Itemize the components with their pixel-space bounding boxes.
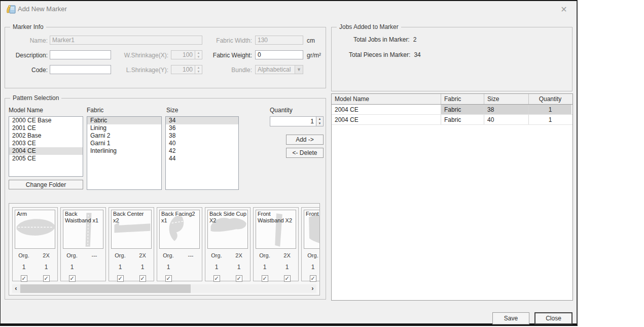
list-item[interactable]: 2003 CE <box>9 140 83 147</box>
table-cell[interactable]: 1 <box>529 105 571 114</box>
column-header[interactable]: Model Name <box>332 94 441 104</box>
list-item[interactable]: 2005 CE <box>9 155 83 162</box>
list-item[interactable]: 38 <box>166 132 238 140</box>
piece-qty2 <box>83 264 105 271</box>
close-icon[interactable]: ✕ <box>557 4 571 16</box>
piece-col2-label: 2X <box>131 252 154 258</box>
piece-checkbox[interactable]: ✓ <box>213 275 220 282</box>
code-field[interactable] <box>50 65 111 74</box>
scroll-right-icon[interactable]: › <box>309 284 316 293</box>
fabric-weight-unit: gr/m² <box>307 52 321 59</box>
piece-qty2: 1 <box>228 264 250 271</box>
piece-qty2 <box>180 264 202 271</box>
table-cell[interactable]: 40 <box>484 115 529 124</box>
table-cell[interactable]: 1 <box>529 115 571 124</box>
list-item[interactable]: 42 <box>166 147 238 155</box>
table-cell[interactable]: Fabric <box>441 105 484 114</box>
list-item[interactable]: Interlining <box>87 147 161 155</box>
piece-checkbox[interactable]: ✓ <box>165 275 172 282</box>
list-item[interactable]: 2004 CE <box>9 147 83 155</box>
pieces-scrollbar[interactable]: ‹ › <box>12 284 316 293</box>
quantity-up-icon[interactable]: ▲ <box>316 117 323 121</box>
fabric-weight-field[interactable] <box>255 50 303 59</box>
table-cell[interactable]: Fabric <box>441 115 484 124</box>
jobs-table: Model NameFabricSizeQuantity 2004 CEFabr… <box>331 93 573 301</box>
piece-checkbox[interactable]: ✓ <box>310 275 316 282</box>
model-name-column-label: Model Name <box>9 107 43 114</box>
list-item[interactable]: 34 <box>166 117 238 124</box>
quantity-stepper[interactable]: 1 ▲▼ <box>270 116 324 126</box>
table-row[interactable]: 2004 CEFabric401 <box>332 115 573 125</box>
list-item[interactable]: 40 <box>166 140 238 147</box>
jobs-table-header: Model NameFabricSizeQuantity <box>332 94 573 105</box>
l-shrinkage-spinner: 100 ▲▼ <box>171 65 202 74</box>
quantity-value[interactable]: 1 <box>270 116 316 126</box>
piece-qty2: 1 <box>35 264 57 271</box>
column-header[interactable]: Size <box>484 94 529 104</box>
list-item[interactable]: Fabric <box>87 117 161 124</box>
piece-card: Back Waistband x1Org.---1✓ <box>60 207 106 281</box>
column-header[interactable]: Quantity <box>529 94 571 104</box>
table-row[interactable]: 2004 CEFabric381 <box>332 105 573 115</box>
description-field[interactable] <box>50 50 111 59</box>
piece-col2-label: 2X <box>228 252 250 258</box>
bundle-select: Alphabetical ▼ <box>255 65 303 74</box>
change-folder-button[interactable]: Change Folder <box>9 180 83 189</box>
code-label: Code: <box>5 67 48 74</box>
l-shrinkage-up-icon: ▲ <box>195 66 202 70</box>
piece-qty1: 1 <box>13 264 35 271</box>
piece-col1-label: Org. <box>13 252 35 258</box>
piece-thumbnail: Back Side Cup X2 <box>207 210 248 249</box>
piece-title: Front Waistband X2 <box>258 211 295 224</box>
w-shrinkage-value: 100 <box>171 50 195 59</box>
piece-checkbox[interactable]: ✓ <box>236 275 242 282</box>
fabric-weight-label: Fabric Weight: <box>203 52 252 59</box>
column-header[interactable]: Fabric <box>441 94 484 104</box>
piece-checkbox[interactable]: ✓ <box>284 275 291 282</box>
size-list: 343638404244 <box>165 116 239 190</box>
piece-checkbox[interactable]: ✓ <box>262 275 268 282</box>
total-jobs-label: Total Jobs in Marker: <box>353 36 410 43</box>
jobs-summary-legend: Jobs Added to Marker <box>337 23 401 30</box>
piece-card: Back Side Cup X2Org.2X11✓✓ <box>205 207 251 281</box>
piece-title: Back Side Cup X2 <box>209 211 247 224</box>
piece-checkbox[interactable]: ✓ <box>139 275 146 282</box>
page-title: Add New Marker <box>18 5 67 13</box>
table-cell[interactable]: 2004 CE <box>332 115 441 124</box>
save-button[interactable]: Save <box>492 312 529 324</box>
scrollbar-thumb[interactable] <box>20 284 191 293</box>
piece-checkbox[interactable]: ✓ <box>43 275 50 282</box>
list-item[interactable]: 36 <box>166 124 238 132</box>
piece-qty1: 1 <box>254 264 276 271</box>
piece-thumbnail: Back Center x2 <box>111 210 152 249</box>
fabric-width-unit: cm <box>307 37 315 44</box>
piece-checkbox[interactable]: ✓ <box>117 275 124 282</box>
list-item[interactable]: Lining <box>87 124 161 132</box>
list-item[interactable]: 44 <box>166 155 238 162</box>
w-shrinkage-label: W.Shrinkage(X): <box>120 52 168 59</box>
list-item[interactable]: 2000 CE Base <box>9 117 83 124</box>
piece-checkbox[interactable]: ✓ <box>69 275 76 282</box>
quantity-down-icon[interactable]: ▼ <box>316 121 323 126</box>
fabric-width-field <box>255 36 303 45</box>
add-new-marker-dialog: Add New Marker ✕ Marker Info Name: Fabri… <box>0 0 578 326</box>
add-button[interactable]: Add -> <box>286 135 324 145</box>
piece-card: ArmOrg.2X11✓✓ <box>12 207 58 281</box>
piece-title: Back Waistband x1 <box>65 211 102 224</box>
list-item[interactable]: 2002 Base <box>9 132 83 140</box>
w-shrinkage-up-icon: ▲ <box>195 51 202 55</box>
close-button[interactable]: Close <box>534 312 573 324</box>
piece-col1-label: Org. <box>254 252 276 258</box>
table-cell[interactable]: 2004 CE <box>332 105 441 114</box>
marker-info-legend: Marker Info <box>10 23 46 30</box>
list-item[interactable]: Garni 1 <box>87 140 161 147</box>
list-item[interactable]: 2001 CE <box>9 124 83 132</box>
name-field <box>50 36 202 45</box>
screen: Add New Marker ✕ Marker Info Name: Fabri… <box>0 0 644 327</box>
piece-checkbox[interactable]: ✓ <box>21 275 27 282</box>
list-item[interactable]: Garni 2 <box>87 132 161 140</box>
l-shrinkage-down-icon: ▼ <box>195 70 202 74</box>
delete-button[interactable]: <- Delete <box>286 148 324 158</box>
table-cell[interactable]: 38 <box>484 105 529 114</box>
scroll-left-icon[interactable]: ‹ <box>12 284 20 293</box>
